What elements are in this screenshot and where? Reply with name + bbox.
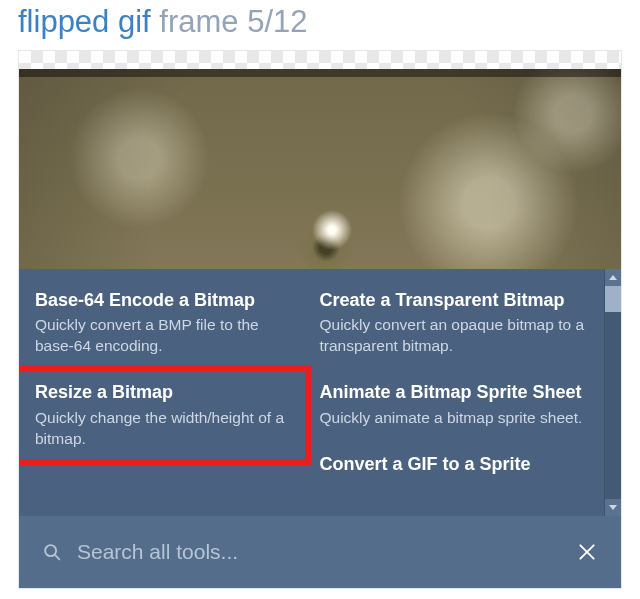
scroll-thumb[interactable] (605, 286, 621, 312)
tools-scrollbar[interactable] (604, 269, 621, 516)
scroll-track[interactable] (605, 286, 621, 499)
tools-column-right: Create a Transparent Bitmap Quickly conv… (312, 269, 605, 516)
title-name: flipped gif (18, 4, 151, 39)
close-icon (577, 542, 597, 562)
tools-column-left: Base-64 Encode a Bitmap Quickly convert … (19, 269, 312, 516)
chevron-up-icon (609, 275, 617, 280)
svg-line-1 (55, 555, 59, 559)
tools-columns: Base-64 Encode a Bitmap Quickly convert … (19, 269, 604, 516)
image-preview[interactable]: Base-64 Encode a Bitmap Quickly convert … (19, 69, 621, 516)
tools-overlay: Base-64 Encode a Bitmap Quickly convert … (19, 269, 621, 516)
tool-desc: Quickly convert a BMP file to the base-6… (35, 315, 296, 357)
tool-title: Create a Transparent Bitmap (320, 289, 593, 312)
preview-panel: Base-64 Encode a Bitmap Quickly convert … (18, 50, 622, 589)
tool-title: Resize a Bitmap (35, 381, 296, 404)
tool-title: Animate a Bitmap Sprite Sheet (320, 381, 593, 404)
scroll-up-button[interactable] (605, 269, 621, 286)
chevron-down-icon (609, 505, 617, 510)
tool-desc: Quickly animate a bitmap sprite sheet. (320, 408, 593, 429)
tool-animate-bitmap-sprite-sheet[interactable]: Animate a Bitmap Sprite Sheet Quickly an… (312, 371, 605, 442)
tool-create-transparent-bitmap[interactable]: Create a Transparent Bitmap Quickly conv… (312, 279, 605, 371)
scroll-down-button[interactable] (605, 499, 621, 516)
title-frame-info: frame 5/12 (159, 4, 307, 39)
close-button[interactable] (573, 538, 601, 566)
tool-title: Convert a GIF to a Sprite (320, 453, 593, 476)
transparency-checker (19, 51, 621, 69)
app-root: flipped gif frame 5/12 Base-64 Encode a … (0, 0, 640, 599)
tool-title: Base-64 Encode a Bitmap (35, 289, 296, 312)
search-bar (19, 516, 621, 588)
tool-resize-bitmap[interactable]: Resize a Bitmap Quickly change the width… (19, 371, 312, 463)
search-icon (41, 541, 63, 563)
search-input[interactable] (77, 540, 559, 564)
tool-base64-encode-bitmap[interactable]: Base-64 Encode a Bitmap Quickly convert … (19, 279, 312, 371)
page-title: flipped gif frame 5/12 (18, 0, 622, 50)
tool-desc: Quickly change the width/height of a bit… (35, 408, 296, 450)
tool-partial[interactable]: Convert a GIF to a Sprite (312, 443, 605, 476)
tool-desc: Quickly convert an opaque bitmap to a tr… (320, 315, 593, 357)
